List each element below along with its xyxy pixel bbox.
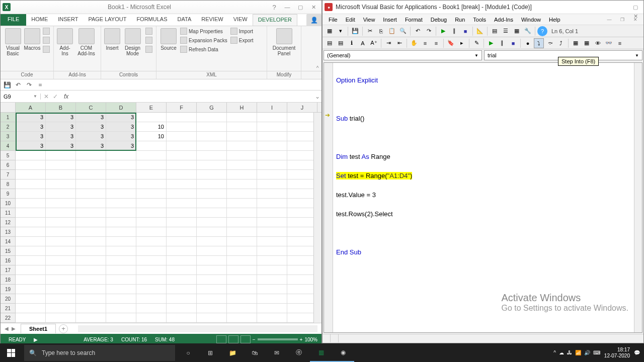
add-sheet-button[interactable]: + [59,324,68,333]
cell[interactable] [46,256,76,265]
cell[interactable] [287,122,317,132]
row-header[interactable]: 6 [1,160,16,170]
cell[interactable] [46,170,76,179]
cell[interactable] [76,227,106,237]
tab-review[interactable]: REVIEW [196,14,228,26]
menu-add-ins[interactable]: Add-Ins [490,16,517,24]
cell[interactable] [16,294,46,304]
cell[interactable] [227,160,257,170]
cell[interactable] [46,227,76,237]
cell[interactable] [167,122,197,132]
cell[interactable] [46,265,76,275]
cell[interactable] [76,151,106,160]
cell[interactable] [287,160,317,170]
tab-view[interactable]: VIEW [228,14,253,26]
cell[interactable] [197,199,227,208]
cell[interactable] [16,256,46,265]
cell[interactable] [167,246,197,256]
cell[interactable] [76,179,106,189]
call-stack-icon[interactable]: ≡ [615,38,625,48]
cell[interactable] [227,275,257,285]
cell[interactable] [106,275,136,285]
cell[interactable] [257,246,287,256]
cell[interactable] [167,237,197,246]
cell[interactable]: 3 [106,132,136,141]
cell[interactable] [227,218,257,227]
cell[interactable] [106,285,136,294]
cell[interactable] [197,304,227,313]
reset-icon[interactable]: ■ [460,26,470,36]
insert-module-icon[interactable]: ▾ [336,26,346,36]
column-header[interactable]: J [287,103,317,112]
cell[interactable] [197,160,227,170]
cell[interactable] [106,256,136,265]
pause-icon[interactable]: ∥ [497,38,507,48]
bookmark-next-icon[interactable]: ▸ [457,38,467,48]
cell[interactable] [16,189,46,199]
account-icon[interactable]: 👤 [306,14,321,26]
cell[interactable]: 3 [106,113,136,122]
cell[interactable] [16,160,46,170]
stop-icon[interactable]: ■ [508,38,518,48]
cell[interactable]: 3 [46,122,76,132]
cell[interactable] [227,151,257,160]
cell[interactable] [287,113,317,122]
cell[interactable] [167,189,197,199]
cell[interactable] [197,285,227,294]
wifi-icon[interactable]: 📶 [575,350,581,355]
cell[interactable]: 3 [46,132,76,141]
cell[interactable] [16,208,46,218]
menu-debug[interactable]: Debug [427,16,451,24]
row-header[interactable]: 17 [1,265,16,275]
undo-icon[interactable]: ↶ [14,80,23,89]
tab-developer[interactable]: DEVELOPER [253,14,297,26]
tray-chevron-icon[interactable]: ^ [553,350,556,355]
mail-icon[interactable]: ✉ [266,343,288,362]
cell[interactable] [257,113,287,122]
cell[interactable] [106,237,136,246]
toggle-breakpoint-icon[interactable]: ● [523,38,533,48]
column-header[interactable]: C [76,103,106,112]
zoom-level[interactable]: 100% [304,337,317,342]
sheet-tab[interactable]: Sheet1 [21,324,56,333]
cell[interactable] [167,256,197,265]
cell[interactable] [46,208,76,218]
cell[interactable] [16,285,46,294]
cell[interactable] [167,160,197,170]
document-panel-button[interactable]: Document Panel [270,27,298,57]
cell[interactable] [136,218,167,227]
zoom-slider[interactable] [258,338,298,340]
cell[interactable] [106,179,136,189]
cell[interactable] [287,304,317,313]
cell[interactable] [106,151,136,160]
cell[interactable] [257,208,287,218]
cell[interactable] [106,227,136,237]
design-mode-button[interactable]: Design Mode [122,27,143,57]
cell[interactable] [136,199,167,208]
volume-icon[interactable]: 🔊 [584,350,590,355]
import-button[interactable]: Import [230,27,254,35]
row-header[interactable]: 22 [1,313,16,323]
cell[interactable] [257,151,287,160]
help-icon[interactable]: ? [537,26,547,36]
cell[interactable] [227,313,257,323]
cell[interactable] [106,313,136,323]
break-icon[interactable]: ∥ [449,26,459,36]
cell[interactable] [167,179,197,189]
row-header[interactable]: 18 [1,275,16,285]
cell[interactable] [287,265,317,275]
row-header[interactable]: 7 [1,170,16,179]
cell[interactable] [16,246,46,256]
cell[interactable] [197,313,227,323]
full-module-view-icon[interactable] [331,334,339,342]
sheet-nav-prev-icon[interactable]: ◀ [5,326,9,331]
macros-button[interactable]: Macros [24,27,40,52]
cell[interactable] [76,160,106,170]
cell[interactable] [167,199,197,208]
row-header[interactable]: 12 [1,218,16,227]
cell[interactable] [46,275,76,285]
code-vertical-scrollbar[interactable] [634,63,642,332]
immediate-window-icon[interactable]: ▦ [582,38,592,48]
cell[interactable] [76,285,106,294]
cell[interactable] [287,179,317,189]
